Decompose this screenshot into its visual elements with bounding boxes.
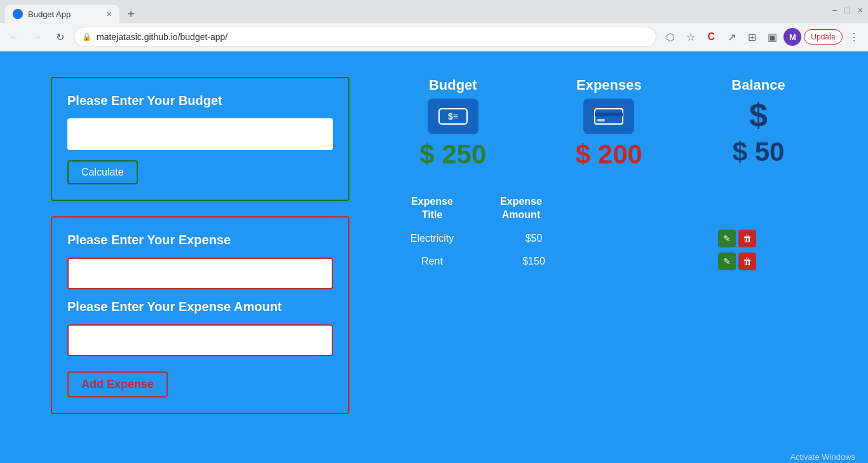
lock-icon: 🔒 (82, 32, 92, 41)
share-btn[interactable]: ↗ (722, 28, 740, 46)
tab-close-btn[interactable]: × (107, 9, 112, 19)
budget-icon: $≡ (428, 99, 478, 134)
expenses-stat: Expenses $ 200 (576, 77, 642, 170)
svg-text:$≡: $≡ (448, 111, 458, 121)
expense-amount-cell: $150 (489, 256, 578, 267)
tab-favicon (13, 9, 23, 19)
svg-rect-4 (597, 119, 605, 121)
expense-title-input[interactable] (67, 258, 333, 289)
window-minimize-icon[interactable]: − (832, 5, 837, 15)
left-panel: Please Enter Your Budget Calculate Pleas… (51, 77, 349, 414)
budget-input[interactable] (67, 118, 333, 150)
add-expense-btn[interactable]: Add Expense (67, 371, 168, 397)
calculate-btn[interactable]: Calculate (67, 160, 138, 184)
right-panel: Budget $≡ $ 250 Expenses (388, 77, 817, 414)
col-amount-header: ExpenseAmount (477, 195, 566, 222)
new-tab-btn[interactable]: + (122, 5, 140, 23)
back-btn[interactable]: ← (5, 28, 23, 46)
menu-btn[interactable]: ⋮ (845, 28, 863, 46)
expense-amount-input[interactable] (67, 324, 333, 356)
budget-title: Please Enter Your Budget (67, 93, 333, 108)
forward-btn[interactable]: → (28, 28, 46, 46)
expenses-stat-value: $ 200 (576, 139, 642, 170)
balance-icon: $ (749, 99, 768, 132)
budget-stat: Budget $≡ $ 250 (419, 77, 486, 170)
expense-title-cell: Electricity (388, 233, 477, 244)
tab-title: Budget App (28, 10, 71, 19)
url-text: matejatasic.github.io/budget-app/ (97, 32, 227, 42)
budget-stat-value: $ 250 (419, 139, 486, 170)
expense-amount-label: Please Enter Your Expense Amount (67, 300, 333, 314)
action-btns: ✎ 🗑 (718, 252, 756, 270)
table-row: Rent $150 ✎ 🗑 (388, 252, 817, 270)
app-container: Please Enter Your Budget Calculate Pleas… (0, 52, 868, 463)
extensions-btn[interactable]: ⊞ (743, 28, 761, 46)
expense-title-cell: Rent (388, 256, 477, 267)
edit-btn[interactable]: ✎ (718, 252, 736, 270)
balance-stat-value: $ 50 (733, 137, 785, 167)
expenses-stat-label: Expenses (576, 77, 642, 93)
cast-btn[interactable]: ⬡ (661, 28, 679, 46)
svg-rect-3 (595, 113, 623, 116)
col-title-header: ExpenseTitle (388, 195, 477, 222)
bookmark-btn[interactable]: ☆ (682, 28, 700, 46)
balance-stat: Balance $ $ 50 (731, 77, 785, 170)
profile-btn[interactable]: M (783, 28, 801, 46)
delete-btn[interactable]: 🗑 (738, 252, 756, 270)
expenses-icon (583, 99, 634, 134)
window-close-icon[interactable]: × (858, 5, 863, 15)
edit-btn[interactable]: ✎ (718, 230, 736, 247)
address-bar[interactable]: 🔒 matejatasic.github.io/budget-app/ (74, 27, 656, 47)
extension-c-btn[interactable]: C (702, 28, 720, 46)
expense-table: ExpenseTitle ExpenseAmount Electricity $… (388, 195, 817, 270)
browser-tab[interactable]: Budget App × (5, 5, 119, 23)
expense-title: Please Enter Your Expense (67, 233, 333, 247)
table-row: Electricity $50 ✎ 🗑 (388, 230, 817, 247)
activate-line1: Activate Windows (725, 452, 855, 462)
sidebar-btn[interactable]: ▣ (763, 28, 781, 46)
expense-rows: Electricity $50 ✎ 🗑 Rent $150 ✎ 🗑 (388, 230, 817, 270)
expense-amount-cell: $50 (489, 233, 578, 244)
balance-stat-label: Balance (731, 77, 785, 93)
window-maximize-icon[interactable]: □ (844, 5, 850, 15)
expense-section: Please Enter Your Expense Please Enter Y… (51, 216, 349, 414)
action-btns: ✎ 🗑 (718, 230, 756, 247)
stats-row: Budget $≡ $ 250 Expenses (388, 77, 817, 170)
windows-activate: Activate Windows Go to Settings to activ… (725, 452, 855, 463)
update-btn[interactable]: Update (804, 29, 843, 45)
delete-btn[interactable]: 🗑 (738, 230, 756, 247)
budget-section: Please Enter Your Budget Calculate (51, 77, 349, 201)
budget-stat-label: Budget (429, 77, 477, 93)
refresh-btn[interactable]: ↻ (51, 28, 69, 46)
